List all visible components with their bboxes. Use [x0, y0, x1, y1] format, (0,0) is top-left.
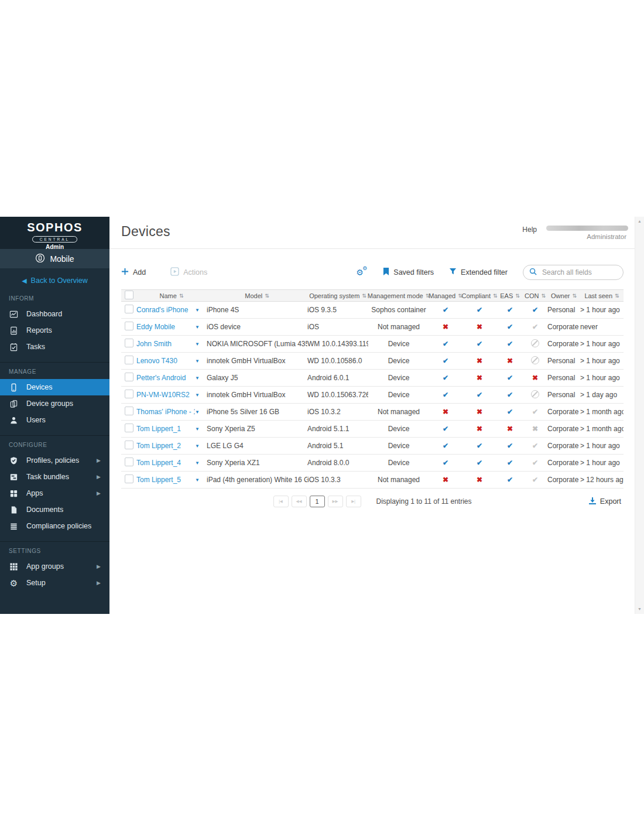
row-checkbox[interactable]	[125, 458, 133, 466]
cross-icon: ✖	[477, 425, 482, 433]
page-header: Devices Help Administrator	[109, 217, 635, 249]
scroll-down-arrow-icon[interactable]: ▼	[635, 606, 644, 613]
model-cell: LGE LG G4	[207, 442, 307, 450]
row-menu-caret-icon[interactable]: ▼	[195, 359, 207, 364]
row-checkbox[interactable]	[125, 441, 133, 449]
add-button[interactable]: Add	[121, 268, 146, 277]
sort-icon: ⇅	[572, 293, 577, 299]
table-row: Eddy Mobile▼iOS deviceiOSNot managed✖✖✔✔…	[121, 319, 624, 336]
saved-filters-button[interactable]: Saved filters	[383, 267, 434, 278]
row-checkbox[interactable]	[125, 373, 133, 381]
sidebar-item-profiles-policies[interactable]: Profiles, policies ▶	[0, 452, 109, 469]
pager-next-button[interactable]: ▶▶	[328, 496, 343, 507]
table-row: Tom Lippert_5▼iPad (4th generation) Whit…	[121, 472, 624, 489]
sidebar-item-task-bundles[interactable]: Task bundles ▶	[0, 469, 109, 485]
owner-cell: Corporate	[547, 323, 580, 331]
table-row: John Smith▼NOKIA MICROSOFT (Lumia 435) (…	[121, 336, 624, 353]
device-name-link[interactable]: Eddy Mobile	[136, 323, 195, 331]
row-checkbox[interactable]	[125, 407, 133, 415]
row-menu-caret-icon[interactable]: ▼	[195, 392, 207, 398]
row-checkbox[interactable]	[125, 390, 133, 398]
row-menu-caret-icon[interactable]: ▼	[195, 409, 207, 415]
column-header-last-seen[interactable]: Last seen⇅	[580, 292, 624, 299]
section-label: MANAGE	[0, 363, 109, 379]
row-checkbox[interactable]	[125, 356, 133, 364]
device-name-link[interactable]: Tom Lippert_1	[136, 425, 195, 433]
last-seen-cell: never	[580, 323, 624, 331]
column-header-name[interactable]: Name⇅	[136, 292, 207, 299]
account-role: Administrator	[587, 233, 626, 240]
sidebar-item-devices[interactable]: Devices	[0, 379, 109, 395]
device-name-link[interactable]: Tom Lippert_2	[136, 442, 195, 450]
sidebar-item-documents[interactable]: Documents	[0, 501, 109, 518]
row-menu-caret-icon[interactable]: ▼	[195, 460, 207, 466]
column-header-eas[interactable]: EAS⇅	[497, 292, 523, 299]
sidebar-item-label: Setup	[26, 579, 46, 587]
sidebar-item-label: App groups	[26, 562, 64, 571]
compliant-status-cell: ✔	[462, 391, 497, 399]
row-menu-caret-icon[interactable]: ▼	[195, 477, 207, 483]
os-cell: Android 5.1	[307, 442, 368, 450]
column-header-os[interactable]: Operating system⇅	[307, 292, 368, 299]
extended-filter-button[interactable]: Extended filter	[449, 268, 508, 277]
row-menu-caret-icon[interactable]: ▼	[195, 443, 207, 449]
sidebar-item-app-groups[interactable]: App groups ▶	[0, 558, 109, 575]
row-checkbox[interactable]	[125, 305, 133, 313]
sidebar-item-label: Apps	[26, 489, 43, 497]
sidebar-item-device-groups[interactable]: Device groups	[0, 395, 109, 412]
row-checkbox[interactable]	[125, 424, 133, 432]
sidebar-item-apps[interactable]: Apps ▶	[0, 485, 109, 501]
scroll-up-arrow-icon[interactable]: ▲	[635, 218, 644, 225]
con-status-cell: ✔	[523, 459, 547, 467]
row-checkbox[interactable]	[125, 339, 133, 347]
pager-first-button[interactable]: |◀	[273, 496, 289, 507]
row-menu-caret-icon[interactable]: ▼	[195, 342, 207, 347]
row-menu-caret-icon[interactable]: ▼	[195, 325, 207, 330]
device-name-link[interactable]: Conrad's iPhone	[136, 306, 195, 314]
device-name-link[interactable]: Thomas' iPhone - 1	[136, 408, 195, 416]
sidebar-item-label: Tasks	[26, 343, 45, 351]
back-to-overview-link[interactable]: ◀ Back to Overview	[0, 268, 109, 289]
managed-status-cell: ✔	[429, 425, 462, 433]
table-settings-button[interactable]: ⚙⚙	[356, 267, 368, 278]
device-name-link[interactable]: PN-VM-W10RS2	[136, 391, 195, 399]
eas-status-cell: ✔	[497, 442, 523, 450]
device-name-link[interactable]: Lenovo T430	[136, 357, 195, 365]
sidebar-item-label: Dashboard	[26, 310, 62, 318]
actions-button[interactable]: Actions	[170, 267, 207, 278]
help-link[interactable]: Help	[522, 226, 537, 234]
sidebar-item-dashboard[interactable]: Dashboard	[0, 306, 109, 322]
last-seen-cell: > 1 day ago	[580, 391, 624, 399]
row-menu-caret-icon[interactable]: ▼	[195, 375, 207, 381]
app-switcher-mobile[interactable]: Mobile	[0, 249, 109, 268]
row-checkbox[interactable]	[125, 474, 133, 483]
pager-current-page[interactable]: 1	[310, 496, 325, 507]
pager-last-button[interactable]: ▶|	[346, 496, 361, 507]
sidebar-item-compliance-policies[interactable]: Compliance policies	[0, 518, 109, 534]
row-menu-caret-icon[interactable]: ▼	[195, 308, 207, 313]
row-checkbox[interactable]	[125, 322, 133, 330]
sidebar-item-reports[interactable]: Reports	[0, 322, 109, 339]
column-header-compliant[interactable]: Compliant⇅	[462, 292, 497, 299]
column-header-model[interactable]: Model⇅	[207, 292, 307, 299]
sort-icon: ⇅	[615, 293, 619, 299]
sidebar-item-users[interactable]: Users	[0, 412, 109, 428]
device-name-link[interactable]: Tom Lippert_5	[136, 476, 195, 484]
device-name-link[interactable]: Tom Lippert_4	[136, 459, 195, 467]
column-header-con[interactable]: CON⇅	[523, 292, 547, 299]
export-button[interactable]: Export	[588, 497, 621, 507]
column-header-managed[interactable]: Managed⇅	[429, 292, 462, 299]
os-cell: Android 8.0.0	[307, 459, 368, 467]
row-menu-caret-icon[interactable]: ▼	[195, 426, 207, 432]
select-all-checkbox[interactable]	[125, 291, 133, 299]
sidebar-item-tasks[interactable]: Tasks	[0, 339, 109, 355]
column-header-owner[interactable]: Owner⇅	[547, 292, 580, 299]
search-input[interactable]	[541, 268, 617, 277]
vertical-scrollbar[interactable]: ▲ ▼	[635, 217, 644, 614]
device-name-link[interactable]: Petter's Android	[136, 374, 195, 382]
pager-prev-button[interactable]: ◀◀	[292, 496, 307, 507]
device-name-link[interactable]: John Smith	[136, 340, 195, 348]
column-header-management-mode[interactable]: Management mode⇅	[368, 292, 429, 299]
sidebar-item-setup[interactable]: ⚙ Setup ▶	[0, 575, 109, 591]
account-name-redacted[interactable]	[546, 226, 628, 231]
